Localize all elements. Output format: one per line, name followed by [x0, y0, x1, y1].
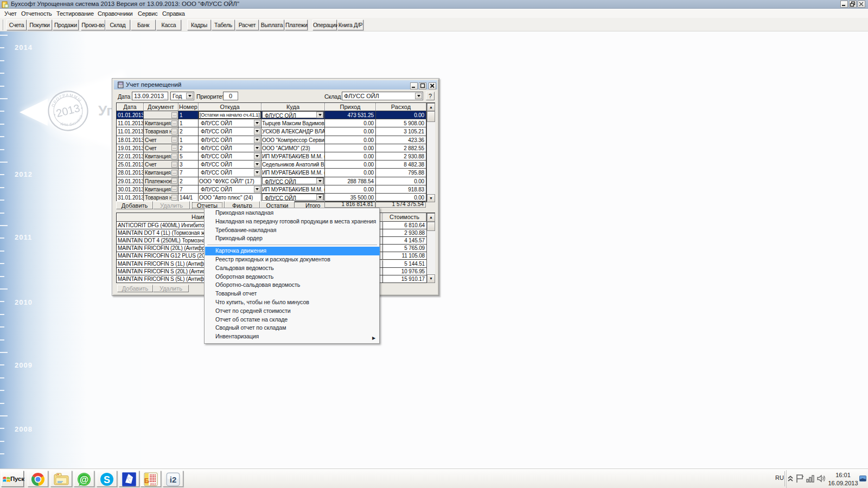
svg-text:2013: 2013 [150, 483, 156, 486]
svg-text:i2: i2 [170, 475, 177, 484]
svg-text:S: S [104, 474, 110, 485]
svg-text:Б: Б [144, 477, 149, 485]
svg-text:@: @ [80, 474, 89, 485]
